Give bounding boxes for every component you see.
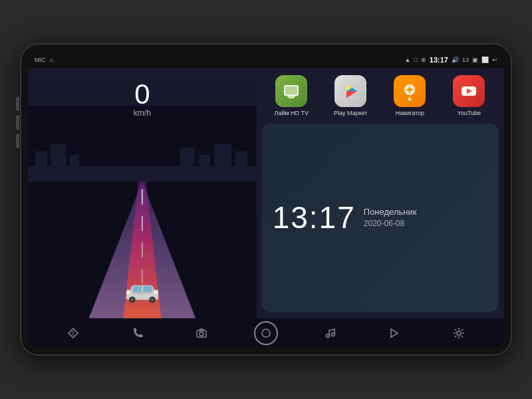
speed-value: 0 [134,80,151,108]
main-content: 0 km/h [28,68,504,319]
svg-rect-25 [154,291,158,293]
svg-rect-4 [70,156,79,182]
left-panel: 0 km/h [28,68,257,319]
nav-button-camera[interactable] [190,321,213,345]
app-label-navigator: Навигатор [396,110,424,117]
clock-info: Понедельник 2020-06-08 [364,207,417,228]
app-icon-youtube [453,75,485,107]
app-icon-navigator [394,75,426,107]
svg-point-43 [326,334,329,338]
battery-level: 13 [462,57,469,63]
volume-icon: 🔊 [452,57,459,63]
nav-button-settings[interactable] [447,321,471,345]
svg-rect-5 [180,148,194,182]
sim-icon: □ [414,57,417,63]
right-panel: Лайм HD TV Play Маркет [257,68,504,319]
status-left: MIC ⌂ [35,57,53,63]
side-button-3[interactable] [16,134,19,148]
nav-icon: ⌂ [50,57,53,63]
svg-rect-24 [126,291,130,293]
speed-display: 0 km/h [134,80,151,118]
clock-card: 13:17 Понедельник 2020-06-08 [262,124,499,312]
side-button-2[interactable] [16,115,19,130]
screen: MIC ⌂ ▲ □ ⊕ 13:17 🔊 13 ▣ ⬜ ↩ 0 km/h [28,51,504,348]
nav-button-maps[interactable] [61,321,85,345]
status-time: 13:17 [430,56,448,64]
svg-point-44 [331,333,334,336]
app-label-play-market: Play Маркет [334,110,367,117]
svg-rect-7 [215,144,231,182]
svg-point-35 [408,88,412,92]
app-item-youtube[interactable]: YouTube [442,75,496,117]
svg-rect-27 [287,96,295,97]
svg-point-21 [130,298,134,302]
svg-rect-2 [35,152,47,182]
bottom-nav [28,319,504,348]
app-label-lime-tv: Лайм HD TV [274,110,308,117]
status-bar: MIC ⌂ ▲ □ ⊕ 13:17 🔊 13 ▣ ⬜ ↩ [28,51,504,68]
clock-day: Понедельник [364,207,417,217]
nav-button-home[interactable] [254,321,278,345]
svg-marker-32 [346,91,357,98]
svg-rect-8 [235,152,247,182]
app-item-play-market[interactable]: Play Маркет [324,75,378,117]
speed-unit: km/h [134,108,151,118]
nav-button-music[interactable] [319,321,342,345]
app-icon-lime-tv [275,75,307,107]
car-image [124,279,160,305]
wifi-icon: ▲ [404,57,410,63]
mic-icon: MIC [35,57,46,63]
app-item-lime-tv[interactable]: Лайм HD TV [265,75,319,117]
svg-rect-6 [200,156,210,182]
back-icon: ↩ [492,57,497,63]
side-buttons [16,96,19,148]
side-button-1[interactable] [16,96,19,111]
clock-date: 2020-06-08 [364,219,417,228]
svg-point-46 [457,331,461,335]
svg-rect-18 [133,286,141,293]
svg-marker-45 [391,329,398,337]
svg-point-23 [150,298,154,302]
nav-button-phone[interactable] [126,321,150,345]
svg-point-41 [200,332,203,336]
svg-rect-29 [285,86,297,94]
location-icon: ⊕ [421,57,426,63]
svg-point-42 [262,329,270,337]
clock-time: 13:17 [273,202,356,233]
screen-icon: ▣ [472,57,478,63]
app-label-youtube: YouTube [458,110,481,117]
app-grid: Лайм HD TV Play Маркет [262,75,499,117]
nav-button-video[interactable] [382,321,406,345]
window-icon: ⬜ [481,57,489,63]
app-item-navigator[interactable]: Навигатор [383,75,437,117]
svg-rect-3 [51,144,66,182]
svg-rect-28 [289,97,294,98]
app-icon-play-market [334,75,366,107]
status-right: ▲ □ ⊕ 13:17 🔊 13 ▣ ⬜ ↩ [404,56,497,64]
svg-rect-19 [143,286,151,293]
car-head-unit: MIC ⌂ ▲ □ ⊕ 13:17 🔊 13 ▣ ⬜ ↩ 0 km/h [20,43,512,356]
